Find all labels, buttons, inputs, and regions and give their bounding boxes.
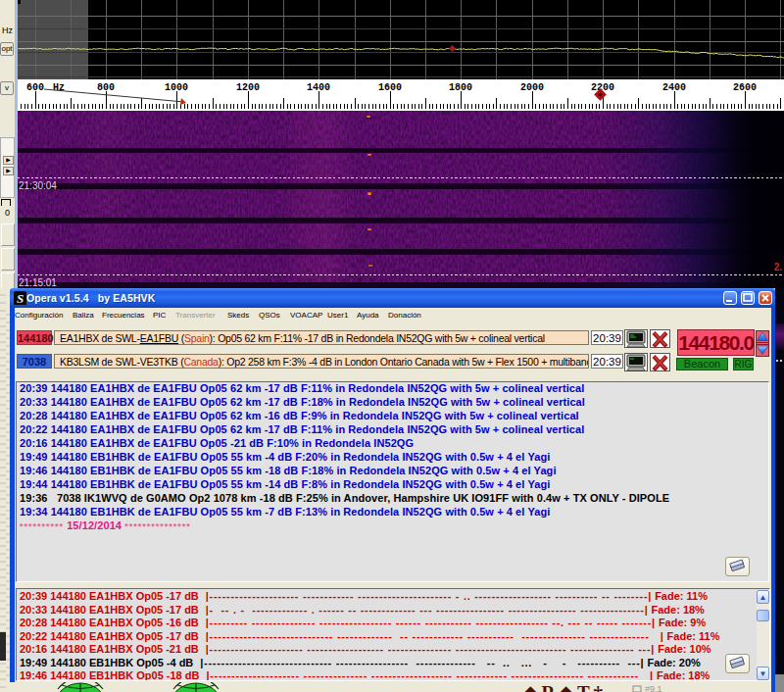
svg-text:S: S — [17, 292, 24, 305]
svg-text:◆R◆T†: ◆R◆T† — [522, 682, 607, 692]
svg-text:Hz: Hz — [53, 82, 65, 93]
svg-text:#9.1: #9.1 — [645, 684, 662, 692]
